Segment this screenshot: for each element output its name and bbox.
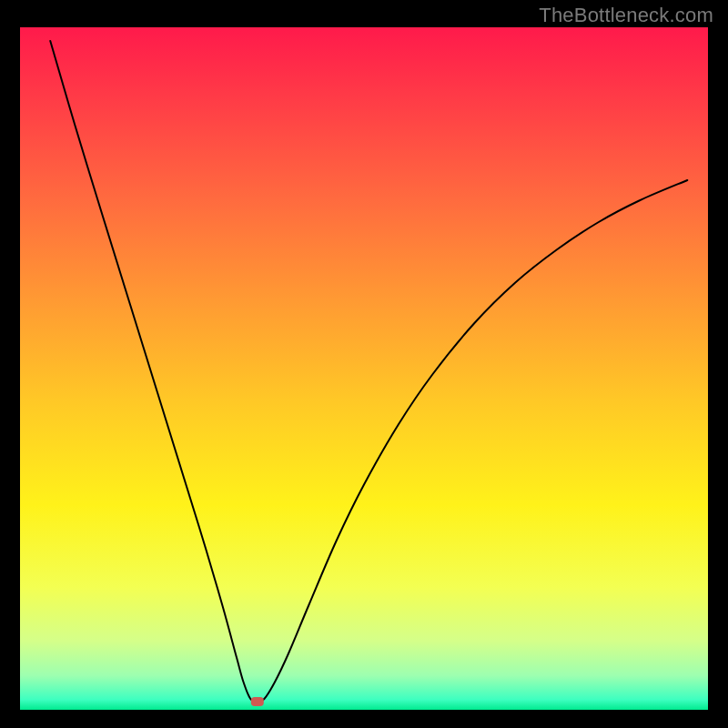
optimal-marker [251, 697, 264, 706]
plot-background [20, 27, 708, 710]
chart-frame: { "watermark": "TheBottleneck.com", "cha… [0, 0, 728, 728]
bottleneck-chart [0, 0, 728, 728]
